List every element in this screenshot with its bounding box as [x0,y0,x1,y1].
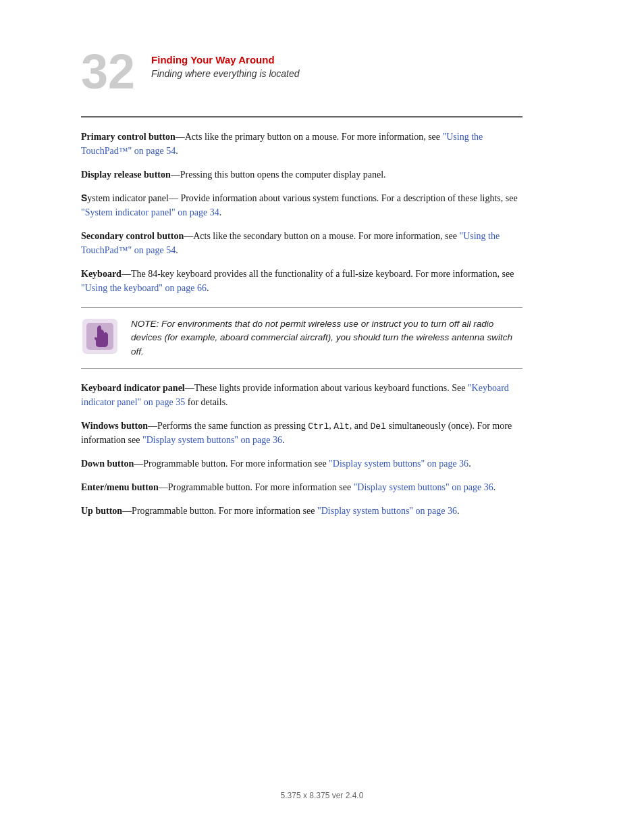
up-button-term: Up button [81,506,122,516]
display-release-button-text: —Pressing this button opens the computer… [171,170,386,180]
alt-key: Alt [333,421,349,432]
page: 32 Finding Your Way Around Finding where… [0,0,644,834]
up-button-text: —Programmable button. For more informati… [122,506,317,516]
down-button-block: Down button—Programmable button. For mor… [81,457,522,471]
down-button-term: Down button [81,459,134,469]
header-area: 32 Finding Your Way Around Finding where… [81,54,522,96]
keyboard-indicator-panel-term: Keyboard indicator panel [81,383,185,393]
keyboard-text: —The 84-key keyboard provides all the fu… [122,269,514,279]
enter-menu-button-term: Enter/menu button [81,482,159,492]
system-indicator-panel-text: — Provide information about various syst… [169,193,518,203]
display-release-button-term: Display release button [81,170,171,180]
windows-button-term: Windows button [81,421,148,431]
keyboard-indicator-panel-block: Keyboard indicator panel—These lights pr… [81,381,522,409]
enter-menu-button-text: —Programmable button. For more informati… [159,482,354,492]
note-box: NOTE: For environments that do not permi… [81,307,522,369]
windows-button-block: Windows button—Performs the same functio… [81,419,522,448]
system-indicator-panel-term: S [81,192,87,203]
primary-control-button-term: Primary control button [81,132,176,142]
display-release-button-block: Display release button—Pressing this but… [81,167,522,182]
page-number: 32 [81,47,135,96]
up-button-link[interactable]: "Display system buttons" on page 36 [317,506,457,516]
note-text: NOTE: For environments that do not permi… [131,317,522,359]
secondary-control-button-text: —Acts like the secondary button on a mou… [184,231,459,241]
note-icon [81,317,119,355]
keyboard-link[interactable]: "Using the keyboard" on page 66 [81,283,207,293]
top-divider [81,116,522,118]
secondary-control-button-term: Secondary control button [81,231,184,241]
down-button-text: —Programmable button. For more informati… [134,459,329,469]
chapter-title: Finding Your Way Around [151,54,299,66]
primary-control-button-block: Primary control button—Acts like the pri… [81,130,522,158]
header-text: Finding Your Way Around Finding where ev… [151,54,299,79]
keyboard-term: Keyboard [81,269,122,279]
enter-menu-button-block: Enter/menu button—Programmable button. F… [81,480,522,494]
windows-button-link[interactable]: "Display system buttons" on page 36 [142,435,282,445]
keyboard-indicator-panel-text: —These lights provide information about … [185,383,468,393]
chapter-subtitle: Finding where everything is located [151,68,299,79]
del-key: Del [370,421,385,432]
system-indicator-panel-link[interactable]: "System indicator panel" on page 34 [81,207,219,217]
down-button-link[interactable]: "Display system buttons" on page 36 [329,459,468,469]
note-icon-svg [81,317,119,355]
secondary-control-button-block: Secondary control button—Acts like the s… [81,229,522,257]
ctrl-key: Ctrl [308,421,329,432]
footer: 5.375 x 8.375 ver 2.4.0 [0,791,644,800]
system-indicator-panel-block: System indicator panel— Provide informat… [81,191,522,219]
keyboard-block: Keyboard—The 84-key keyboard provides al… [81,267,522,295]
enter-menu-button-link[interactable]: "Display system buttons" on page 36 [354,482,493,492]
system-indicator-panel-term2: ystem indicator panel [87,193,169,203]
primary-control-button-text: —Acts like the primary button on a mouse… [176,132,443,142]
up-button-block: Up button—Programmable button. For more … [81,504,522,518]
